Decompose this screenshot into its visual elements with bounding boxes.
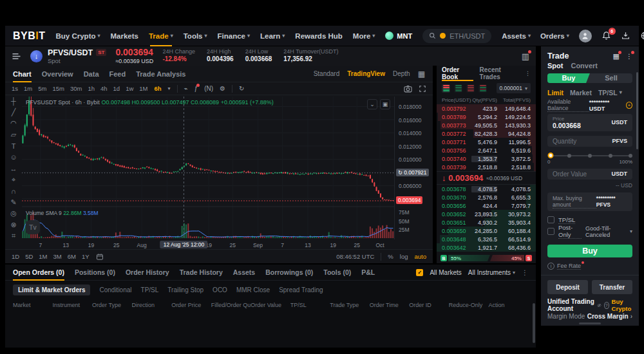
bybit-logo[interactable]: BYBIT — [13, 30, 46, 42]
panel-scroll-pill[interactable] — [579, 322, 601, 324]
orderbook-view-combined-icon[interactable] — [442, 84, 450, 93]
precision-select[interactable]: 0.000001▾ — [497, 83, 531, 93]
profile-avatar[interactable] — [579, 30, 592, 42]
orders-subtab[interactable]: OCO — [213, 286, 227, 293]
price-chart-canvas[interactable] — [22, 97, 394, 239]
eye-off-icon[interactable] — [597, 302, 601, 309]
emoji-tool-icon[interactable]: ☺ — [8, 153, 19, 162]
remove-tool-icon[interactable]: ⊗ — [8, 221, 19, 229]
orders-subtab[interactable]: Spread Trading — [279, 286, 323, 293]
pair-block[interactable]: ↓ PFVS/USDTST Spot — [30, 48, 106, 64]
timeframe-button[interactable]: 1w — [126, 85, 133, 92]
chart-tab[interactable]: Overview — [42, 66, 73, 82]
order-type-button[interactable]: TP/SL▾ — [598, 89, 622, 97]
orders-tab[interactable]: Assets — [233, 265, 255, 281]
buy-crypto-link[interactable]: Buy Crypto — [612, 298, 632, 312]
timeframe-button[interactable]: 15m — [52, 85, 64, 92]
collapse-pane-icon[interactable]: ⌄ — [367, 99, 377, 109]
order-type-button[interactable]: Market▾ — [570, 89, 592, 97]
chart-tab[interactable]: Data — [84, 66, 99, 82]
ask-row[interactable]: 0.003789 5,294.2 149,224.5 — [437, 113, 536, 121]
layout-grid-icon[interactable]: ▦ — [418, 70, 425, 79]
text-tool-icon[interactable]: T — [8, 142, 19, 150]
time-in-force-select[interactable]: Good-Till-Canceled▾ — [585, 225, 632, 238]
orderbook-view-bids-icon[interactable] — [454, 84, 462, 93]
tpsl-checkbox[interactable] — [547, 216, 554, 223]
orderbook-tab[interactable]: Order Book — [442, 66, 473, 81]
ask-row[interactable]: 0.003739 2,518.8 2,518.8 — [437, 163, 536, 171]
timeframe-button[interactable]: 1s — [12, 85, 18, 92]
nav-item[interactable]: Trade ▾ — [149, 26, 173, 46]
ask-row[interactable]: 0.003740 1,353.7 3,872.5 — [437, 154, 536, 163]
bid-row[interactable]: 0.003678 4,078.5 4,078.5 — [437, 185, 536, 193]
buy-toggle[interactable]: Buy — [547, 73, 590, 84]
orders-subtab[interactable]: TP/SL — [141, 286, 159, 293]
more-tool-icon[interactable]: ⌗ — [8, 232, 19, 240]
bottom-scrollbar[interactable] — [533, 303, 535, 343]
mnt-token-link[interactable]: MNT — [385, 32, 412, 40]
quantity-field[interactable]: PFVS — [547, 136, 632, 147]
range-button[interactable]: 5D — [25, 253, 33, 260]
buy-submit-button[interactable]: Buy — [547, 245, 632, 257]
chart-settings-icon[interactable]: ⚙ — [220, 85, 225, 92]
camera-icon[interactable] — [404, 85, 412, 93]
nav-item[interactable]: Tools ▾ — [184, 26, 207, 46]
margin-mode-select[interactable]: Cross Margin› — [587, 313, 632, 320]
fib-tool-icon[interactable]: ◠ — [8, 119, 19, 127]
quantity-slider[interactable] — [549, 151, 631, 158]
nav-item[interactable]: Learn ▾ — [260, 26, 285, 46]
bid-row[interactable]: 0.003648 6,326.5 66,514.9 — [437, 235, 536, 243]
calendar-icon[interactable] — [96, 253, 104, 261]
trendline-tool-icon[interactable]: ╱ — [8, 108, 19, 116]
orders-subtab[interactable]: Trailing Stop — [167, 286, 204, 293]
orders-tab[interactable]: Order History — [126, 265, 169, 281]
range-button[interactable]: 6M — [68, 253, 76, 260]
compare-icon[interactable]: (N) — [204, 85, 213, 92]
indicators-icon[interactable]: ƒ — [194, 85, 198, 92]
kebab-menu-icon[interactable]: ⋮ — [522, 269, 528, 276]
assets-menu[interactable]: Assets▾ — [502, 26, 531, 46]
auto-scale-button[interactable]: auto — [415, 253, 427, 260]
range-button[interactable]: 3M — [53, 253, 62, 260]
timeframe-button[interactable]: 1M — [139, 85, 147, 92]
orders-tab[interactable]: Open Orders (0) — [13, 265, 64, 281]
bid-row[interactable]: 0.003656 424.4 7,079.7 — [437, 201, 536, 210]
timeframe-button[interactable]: 1m — [24, 85, 32, 92]
nav-item[interactable]: Markets ▾ — [111, 26, 138, 46]
nav-item[interactable]: Buy Crypto ▾ — [56, 26, 100, 46]
orders-menu[interactable]: Orders▾ — [540, 26, 569, 46]
nav-item[interactable]: More ▾ — [353, 26, 375, 46]
trade-tab[interactable]: Convert — [571, 62, 598, 70]
language-button[interactable] — [640, 31, 644, 41]
replay-icon[interactable]: ↻ — [239, 85, 244, 92]
sell-toggle[interactable]: Sell — [590, 73, 632, 84]
price-field[interactable]: Price USDT — [547, 114, 632, 131]
chart-view-mode[interactable]: TradingView — [347, 70, 385, 77]
deposit-button[interactable]: Deposit — [547, 280, 588, 294]
chart-style-icon[interactable]: ⌁ — [184, 85, 188, 92]
magnet-tool-icon[interactable]: ∩ — [8, 187, 19, 195]
deposit-plus-icon[interactable]: + — [626, 102, 632, 109]
bid-row[interactable]: 0.003642 1,921.7 68,436.6 — [437, 243, 536, 252]
orderbook-view-depth-icon[interactable] — [478, 84, 487, 93]
price-input[interactable] — [553, 122, 604, 129]
orders-subtab[interactable]: Conditional — [99, 286, 131, 293]
ask-row[interactable]: 0.003773 49,505.5 143,930.3 — [437, 121, 536, 129]
chart-tab[interactable]: Feed — [109, 66, 126, 82]
range-button[interactable]: 1M — [39, 253, 47, 260]
chart-view-mode[interactable]: Depth — [393, 70, 410, 77]
panel-layout-icon[interactable]: ▦ — [613, 52, 620, 61]
orders-tab[interactable]: Borrowings (0) — [265, 265, 313, 281]
orders-tab[interactable]: P&L — [361, 265, 375, 281]
ask-row[interactable]: 0.003792 423.9 149,648.4 — [437, 104, 536, 113]
range-button[interactable]: 1D — [12, 253, 19, 260]
transfer-button[interactable]: Transfer — [592, 280, 632, 294]
trade-tab[interactable]: Spot — [547, 62, 563, 70]
kebab-menu-icon[interactable]: ⋮ — [525, 70, 531, 77]
orders-subtab[interactable]: MMR Close — [236, 286, 270, 293]
fee-rate-link[interactable]: Fee Rate — [557, 263, 581, 270]
order-value-input[interactable] — [553, 171, 604, 178]
instrument-list-icon[interactable] — [12, 52, 21, 61]
fullscreen-icon[interactable] — [419, 85, 426, 93]
timeframe-button[interactable]: 4h — [100, 85, 108, 92]
